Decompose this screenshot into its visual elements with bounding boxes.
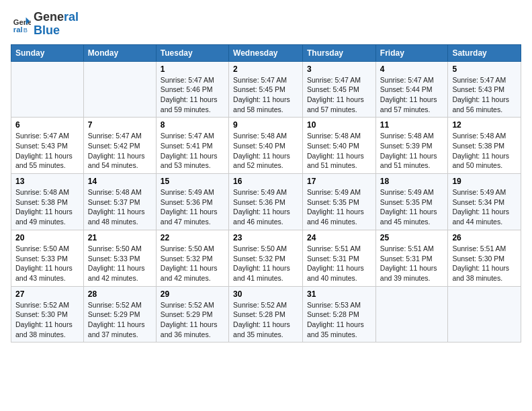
day-number: 27 xyxy=(15,289,79,299)
day-cell: 3Sunrise: 5:47 AMSunset: 5:45 PMDaylight… xyxy=(303,61,376,118)
day-cell: 28Sunrise: 5:52 AMSunset: 5:29 PMDayligh… xyxy=(83,286,156,342)
day-cell: 29Sunrise: 5:52 AMSunset: 5:29 PMDayligh… xyxy=(156,286,228,342)
day-info: Sunrise: 5:48 AMSunset: 5:40 PMDaylight:… xyxy=(233,131,298,171)
day-number: 6 xyxy=(15,120,79,130)
day-info: Sunrise: 5:49 AMSunset: 5:35 PMDaylight:… xyxy=(307,187,371,227)
day-info: Sunrise: 5:47 AMSunset: 5:45 PMDaylight:… xyxy=(307,75,371,115)
header-cell-friday: Friday xyxy=(375,44,448,61)
day-number: 25 xyxy=(380,233,444,242)
day-info: Sunrise: 5:50 AMSunset: 5:32 PMDaylight:… xyxy=(233,244,298,283)
week-row-3: 13Sunrise: 5:48 AMSunset: 5:38 PMDayligh… xyxy=(11,174,521,230)
calendar-header: SundayMondayTuesdayWednesdayThursdayFrid… xyxy=(11,44,521,61)
day-cell: 27Sunrise: 5:52 AMSunset: 5:30 PMDayligh… xyxy=(11,286,84,342)
day-number: 10 xyxy=(307,120,371,130)
day-cell: 4Sunrise: 5:47 AMSunset: 5:44 PMDaylight… xyxy=(375,61,448,118)
day-info: Sunrise: 5:50 AMSunset: 5:32 PMDaylight:… xyxy=(161,244,224,283)
day-cell: 1Sunrise: 5:47 AMSunset: 5:46 PMDaylight… xyxy=(156,61,228,118)
day-number: 30 xyxy=(233,289,298,299)
day-info: Sunrise: 5:47 AMSunset: 5:41 PMDaylight:… xyxy=(161,131,224,171)
day-cell: 25Sunrise: 5:51 AMSunset: 5:31 PMDayligh… xyxy=(375,230,448,286)
day-cell: 22Sunrise: 5:50 AMSunset: 5:32 PMDayligh… xyxy=(156,230,228,286)
day-info: Sunrise: 5:50 AMSunset: 5:33 PMDaylight:… xyxy=(88,244,152,283)
day-info: Sunrise: 5:51 AMSunset: 5:31 PMDaylight:… xyxy=(380,244,444,283)
header-cell-wednesday: Wednesday xyxy=(229,44,303,61)
day-number: 5 xyxy=(452,64,517,74)
day-info: Sunrise: 5:47 AMSunset: 5:43 PMDaylight:… xyxy=(15,131,79,171)
day-info: Sunrise: 5:49 AMSunset: 5:36 PMDaylight:… xyxy=(233,187,298,227)
day-cell: 15Sunrise: 5:49 AMSunset: 5:36 PMDayligh… xyxy=(156,174,228,230)
day-number: 12 xyxy=(452,120,517,130)
day-cell: 16Sunrise: 5:49 AMSunset: 5:36 PMDayligh… xyxy=(229,174,303,230)
day-number: 21 xyxy=(88,233,152,242)
day-cell: 12Sunrise: 5:48 AMSunset: 5:38 PMDayligh… xyxy=(448,118,521,174)
day-number: 1 xyxy=(161,64,224,74)
day-number: 22 xyxy=(161,233,224,242)
day-info: Sunrise: 5:48 AMSunset: 5:40 PMDaylight:… xyxy=(307,131,371,171)
day-number: 28 xyxy=(88,289,152,299)
day-info: Sunrise: 5:49 AMSunset: 5:35 PMDaylight:… xyxy=(380,187,444,227)
day-number: 18 xyxy=(380,177,444,186)
logo-text: General Blue xyxy=(34,11,79,38)
day-cell: 9Sunrise: 5:48 AMSunset: 5:40 PMDaylight… xyxy=(229,118,303,174)
day-info: Sunrise: 5:49 AMSunset: 5:36 PMDaylight:… xyxy=(161,187,224,227)
header-cell-tuesday: Tuesday xyxy=(156,44,228,61)
week-row-4: 20Sunrise: 5:50 AMSunset: 5:33 PMDayligh… xyxy=(11,230,521,286)
day-info: Sunrise: 5:47 AMSunset: 5:44 PMDaylight:… xyxy=(380,75,444,115)
day-cell: 11Sunrise: 5:48 AMSunset: 5:39 PMDayligh… xyxy=(375,118,448,174)
day-info: Sunrise: 5:47 AMSunset: 5:45 PMDaylight:… xyxy=(233,75,298,115)
day-number: 31 xyxy=(307,289,371,299)
day-number: 7 xyxy=(88,120,152,130)
day-number: 2 xyxy=(233,64,298,74)
day-number: 19 xyxy=(452,177,517,186)
logo-icon: Gene ral B xyxy=(12,15,31,34)
day-info: Sunrise: 5:50 AMSunset: 5:33 PMDaylight:… xyxy=(15,244,79,283)
day-number: 11 xyxy=(380,120,444,130)
week-row-2: 6Sunrise: 5:47 AMSunset: 5:43 PMDaylight… xyxy=(11,118,521,174)
day-cell: 7Sunrise: 5:47 AMSunset: 5:42 PMDaylight… xyxy=(83,118,156,174)
day-cell: 17Sunrise: 5:49 AMSunset: 5:35 PMDayligh… xyxy=(303,174,376,230)
day-number: 15 xyxy=(161,177,224,186)
svg-text:ral: ral xyxy=(13,26,23,34)
header-cell-monday: Monday xyxy=(83,44,156,61)
day-info: Sunrise: 5:49 AMSunset: 5:34 PMDaylight:… xyxy=(452,187,517,227)
day-info: Sunrise: 5:52 AMSunset: 5:28 PMDaylight:… xyxy=(233,300,298,340)
logo: Gene ral B General Blue xyxy=(11,11,79,38)
calendar-body: 1Sunrise: 5:47 AMSunset: 5:46 PMDaylight… xyxy=(11,61,521,342)
day-cell: 13Sunrise: 5:48 AMSunset: 5:38 PMDayligh… xyxy=(11,174,84,230)
day-cell: 30Sunrise: 5:52 AMSunset: 5:28 PMDayligh… xyxy=(229,286,303,342)
day-info: Sunrise: 5:51 AMSunset: 5:31 PMDaylight:… xyxy=(307,244,371,283)
day-cell xyxy=(11,61,84,118)
day-cell xyxy=(83,61,156,118)
day-cell: 2Sunrise: 5:47 AMSunset: 5:45 PMDaylight… xyxy=(229,61,303,118)
day-info: Sunrise: 5:47 AMSunset: 5:46 PMDaylight:… xyxy=(161,75,224,115)
day-number: 8 xyxy=(161,120,224,130)
day-cell: 6Sunrise: 5:47 AMSunset: 5:43 PMDaylight… xyxy=(11,118,84,174)
day-number: 3 xyxy=(307,64,371,74)
day-cell: 18Sunrise: 5:49 AMSunset: 5:35 PMDayligh… xyxy=(375,174,448,230)
day-number: 23 xyxy=(233,233,298,242)
day-number: 13 xyxy=(15,177,79,186)
header-cell-sunday: Sunday xyxy=(11,44,84,61)
day-info: Sunrise: 5:48 AMSunset: 5:37 PMDaylight:… xyxy=(88,187,152,227)
day-number: 16 xyxy=(233,177,298,186)
day-cell: 8Sunrise: 5:47 AMSunset: 5:41 PMDaylight… xyxy=(156,118,228,174)
day-cell: 5Sunrise: 5:47 AMSunset: 5:43 PMDaylight… xyxy=(448,61,521,118)
week-row-1: 1Sunrise: 5:47 AMSunset: 5:46 PMDaylight… xyxy=(11,61,521,118)
day-cell: 23Sunrise: 5:50 AMSunset: 5:32 PMDayligh… xyxy=(229,230,303,286)
header-row: SundayMondayTuesdayWednesdayThursdayFrid… xyxy=(11,44,521,61)
svg-text:B: B xyxy=(24,27,28,34)
day-cell: 20Sunrise: 5:50 AMSunset: 5:33 PMDayligh… xyxy=(11,230,84,286)
day-info: Sunrise: 5:48 AMSunset: 5:39 PMDaylight:… xyxy=(380,131,444,171)
day-cell xyxy=(448,286,521,342)
day-cell: 14Sunrise: 5:48 AMSunset: 5:37 PMDayligh… xyxy=(83,174,156,230)
day-cell: 21Sunrise: 5:50 AMSunset: 5:33 PMDayligh… xyxy=(83,230,156,286)
day-cell xyxy=(375,286,448,342)
day-info: Sunrise: 5:48 AMSunset: 5:38 PMDaylight:… xyxy=(452,131,517,171)
day-number: 9 xyxy=(233,120,298,130)
day-number: 17 xyxy=(307,177,371,186)
day-info: Sunrise: 5:52 AMSunset: 5:29 PMDaylight:… xyxy=(88,300,152,340)
day-number: 26 xyxy=(452,233,517,242)
week-row-5: 27Sunrise: 5:52 AMSunset: 5:30 PMDayligh… xyxy=(11,286,521,342)
day-cell: 19Sunrise: 5:49 AMSunset: 5:34 PMDayligh… xyxy=(448,174,521,230)
day-number: 29 xyxy=(161,289,224,299)
